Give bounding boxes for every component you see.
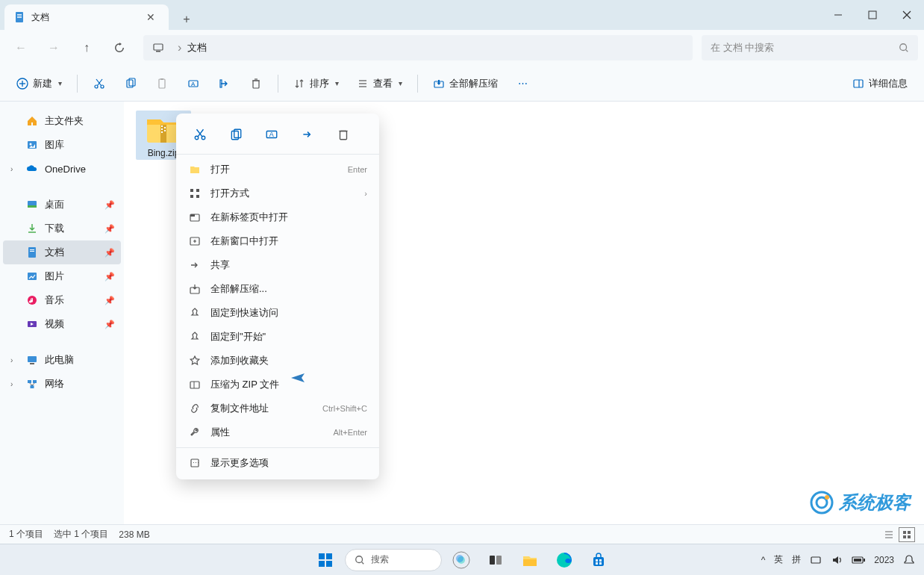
taskbar-search[interactable]: 搜索 bbox=[345, 549, 442, 571]
sidebar-label: 图片 bbox=[45, 270, 64, 283]
network-icon[interactable] bbox=[810, 554, 822, 566]
sidebar-item-onedrive[interactable]: ›OneDrive bbox=[3, 157, 121, 181]
pin-icon: 📌 bbox=[104, 320, 115, 329]
cm-extract-all[interactable]: 全部解压缩... bbox=[176, 277, 379, 301]
separator bbox=[77, 75, 78, 93]
titlebar: 文档 ✕ + bbox=[0, 0, 924, 30]
close-window-button[interactable] bbox=[890, 0, 924, 30]
search-icon bbox=[899, 43, 909, 53]
share-button[interactable] bbox=[210, 71, 239, 96]
cm-share[interactable]: 共享 bbox=[176, 253, 379, 277]
tab-close-button[interactable]: ✕ bbox=[142, 10, 160, 25]
icons-view-button[interactable] bbox=[899, 527, 915, 542]
rename-button[interactable]: A bbox=[179, 71, 207, 96]
svg-rect-60 bbox=[161, 131, 163, 133]
store-button[interactable] bbox=[584, 545, 614, 575]
battery-icon[interactable] bbox=[852, 556, 865, 565]
cm-pin-start[interactable]: 固定到"开始" bbox=[176, 325, 379, 349]
new-tab-button[interactable]: + bbox=[176, 9, 197, 30]
edge-button[interactable] bbox=[549, 545, 579, 575]
cm-add-favorite[interactable]: 添加到收藏夹 bbox=[176, 349, 379, 373]
copy-button[interactable] bbox=[116, 71, 145, 96]
path-breadcrumb[interactable]: › 文档 bbox=[143, 35, 693, 60]
start-button[interactable] bbox=[310, 545, 340, 575]
pin-icon: 📌 bbox=[104, 200, 115, 210]
svg-rect-3 bbox=[17, 17, 22, 18]
up-button[interactable]: ↑ bbox=[72, 34, 102, 61]
watermark-text: 系统极客 bbox=[839, 491, 911, 515]
svg-rect-111 bbox=[864, 559, 865, 562]
ime-lang[interactable]: 英 bbox=[774, 553, 783, 566]
ime-method[interactable]: 拼 bbox=[792, 553, 801, 566]
cm-more-options[interactable]: ⋯显示更多选项 bbox=[176, 451, 379, 475]
minimize-button[interactable] bbox=[821, 0, 855, 30]
cm-pin-quick-access[interactable]: 固定到快速访问 bbox=[176, 301, 379, 325]
sidebar-item-videos[interactable]: 视频📌 bbox=[3, 312, 121, 336]
volume-icon[interactable] bbox=[831, 554, 843, 566]
svg-rect-73 bbox=[190, 195, 193, 198]
svg-rect-79 bbox=[190, 382, 199, 388]
sidebar-item-network[interactable]: ›网络 bbox=[3, 372, 121, 396]
notifications-icon[interactable] bbox=[903, 554, 915, 566]
sidebar-item-pictures[interactable]: 图片📌 bbox=[3, 264, 121, 288]
sidebar-item-gallery[interactable]: 图库 bbox=[3, 133, 121, 157]
cm-copy-path[interactable]: 复制文件地址Ctrl+Shift+C bbox=[176, 397, 379, 420]
pin-icon bbox=[188, 307, 202, 319]
copilot-button[interactable] bbox=[446, 545, 476, 575]
delete-button[interactable] bbox=[242, 71, 270, 96]
details-label: 详细信息 bbox=[869, 77, 908, 90]
watermark: 系统极客 bbox=[809, 490, 911, 515]
sidebar-label: 文档 bbox=[45, 246, 64, 259]
extract-all-button[interactable]: 全部解压缩 bbox=[425, 71, 505, 96]
cm-share-button[interactable] bbox=[293, 122, 322, 146]
svg-rect-71 bbox=[190, 189, 193, 192]
tray-chevron[interactable]: ^ bbox=[761, 555, 766, 565]
sidebar: 主文件夹 图库 ›OneDrive 桌面📌 下载📌 文档📌 图片📌 音乐📌 视频… bbox=[0, 102, 124, 524]
sidebar-item-documents[interactable]: 文档📌 bbox=[3, 240, 121, 264]
sidebar-item-desktop[interactable]: 桌面📌 bbox=[3, 193, 121, 217]
search-box[interactable]: 在 文档 中搜索 bbox=[702, 35, 918, 60]
refresh-button[interactable] bbox=[104, 34, 134, 61]
svg-line-11 bbox=[906, 50, 908, 52]
details-pane-button[interactable]: 详细信息 bbox=[845, 71, 915, 96]
cm-open[interactable]: 打开Enter bbox=[176, 158, 379, 181]
tab-icon bbox=[188, 211, 202, 223]
svg-rect-108 bbox=[599, 562, 602, 565]
separator bbox=[176, 447, 379, 448]
sidebar-item-home[interactable]: 主文件夹 bbox=[3, 109, 121, 133]
svg-line-18 bbox=[96, 79, 102, 86]
cut-button[interactable] bbox=[85, 71, 113, 96]
sidebar-item-downloads[interactable]: 下载📌 bbox=[3, 217, 121, 240]
cm-open-with[interactable]: 打开方式› bbox=[176, 181, 379, 205]
sort-button[interactable]: 排序 ▾ bbox=[286, 71, 346, 96]
task-view-button[interactable] bbox=[481, 545, 511, 575]
details-view-button[interactable] bbox=[881, 527, 897, 542]
cm-open-new-tab[interactable]: 在新标签页中打开 bbox=[176, 205, 379, 229]
sidebar-label: 音乐 bbox=[45, 293, 64, 307]
svg-rect-109 bbox=[811, 557, 820, 563]
svg-line-17 bbox=[98, 79, 103, 86]
file-name: Bing.zip bbox=[148, 148, 180, 158]
back-button[interactable]: ← bbox=[6, 34, 36, 61]
cm-rename-button[interactable]: A bbox=[257, 122, 287, 146]
paste-button[interactable] bbox=[148, 71, 176, 96]
sidebar-item-music[interactable]: 音乐📌 bbox=[3, 288, 121, 312]
svg-rect-35 bbox=[854, 80, 863, 87]
cm-delete-button[interactable] bbox=[328, 122, 358, 146]
cm-cut-button[interactable] bbox=[185, 122, 215, 146]
cm-copy-button[interactable] bbox=[221, 122, 251, 146]
cm-open-new-window[interactable]: 在新窗口中打开 bbox=[176, 229, 379, 253]
svg-rect-56 bbox=[161, 125, 163, 127]
explorer-button[interactable] bbox=[515, 545, 545, 575]
cm-properties[interactable]: 属性Alt+Enter bbox=[176, 420, 379, 444]
path-segment[interactable]: 文档 bbox=[187, 41, 207, 55]
forward-button[interactable]: → bbox=[39, 34, 69, 61]
maximize-button[interactable] bbox=[855, 0, 890, 30]
active-tab[interactable]: 文档 ✕ bbox=[4, 4, 169, 30]
sidebar-item-this-pc[interactable]: ›此电脑 bbox=[3, 348, 121, 372]
new-button[interactable]: 新建 ▾ bbox=[9, 71, 69, 96]
svg-text:A: A bbox=[269, 131, 274, 138]
more-button[interactable]: ⋯ bbox=[508, 71, 537, 96]
tray-year[interactable]: 2023 bbox=[874, 555, 894, 565]
view-button[interactable]: 查看 ▾ bbox=[349, 71, 410, 96]
